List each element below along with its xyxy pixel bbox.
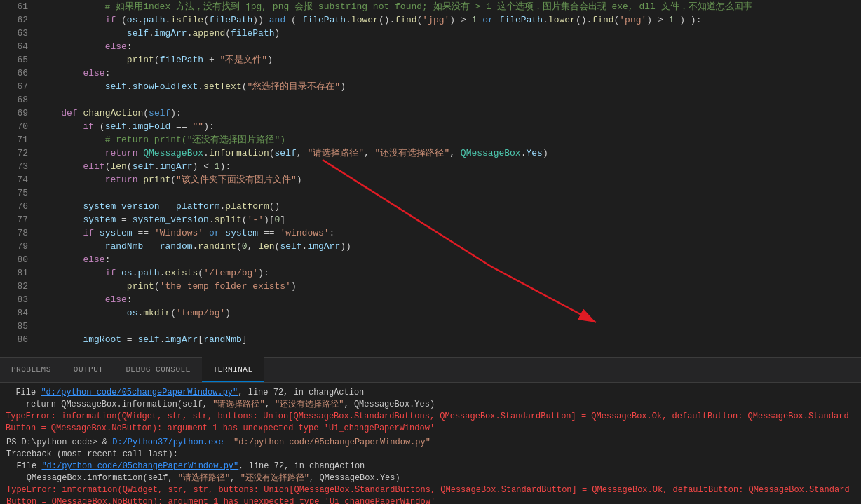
code-lines: # 如果用index 方法，没有找到 jpg, png 会报 substring… [34, 0, 861, 357]
terminal-trace-file: File "d:/python code/05changePaperWindow… [6, 461, 855, 472]
code-line-83: else: [39, 293, 861, 306]
terminal-content: File "d:/python code/05changePaperWindow… [0, 383, 861, 504]
tab-terminal[interactable]: TERMINAL [202, 357, 264, 382]
code-line-73: elif(len(self.imgArr) < 1): [39, 160, 861, 173]
code-line-62: if (os.path.isfile(filePath)) and ( file… [39, 13, 861, 27]
code-line-80: else: [39, 253, 861, 266]
code-line-68 [39, 93, 861, 107]
code-line-82: print('the temp folder exists') [39, 280, 861, 293]
code-line-81: if os.path.exists('/temp/bg'): [39, 266, 861, 280]
tabs-bar: PROBLEMS OUTPUT DEBUG CONSOLE TERMINAL [0, 358, 861, 383]
code-line-75 [39, 186, 861, 200]
code-line-69: def changAction(self): [39, 107, 861, 120]
terminal-traceback: Traceback (most recent call last): [6, 449, 855, 461]
code-line-86: imgRoot = self.imgArr[randNmb] [39, 333, 861, 346]
error-block: PS D:\python code> & D:/Python37/python.… [6, 435, 855, 504]
code-line-76: system_version = platform.platform() [39, 200, 861, 213]
code-line-74: return print("该文件夹下面没有图片文件") [39, 173, 861, 186]
code-line-65: print(filePath + "不是文件") [39, 53, 861, 67]
code-line-84: os.mkdir('temp/bg') [39, 306, 861, 320]
bottom-panel: PROBLEMS OUTPUT DEBUG CONSOLE TERMINAL F… [0, 357, 861, 504]
tab-output[interactable]: OUTPUT [62, 357, 115, 382]
tab-problems[interactable]: PROBLEMS [0, 357, 62, 382]
code-line-64: else: [39, 40, 861, 53]
code-line-71: # return print("还没有选择图片路径") [39, 133, 861, 147]
code-line-78: if system == 'Windows' or system == 'win… [39, 226, 861, 240]
terminal-ps-line: PS D:\python code> & D:/Python37/python.… [6, 437, 855, 449]
terminal-type-error2: TypeError: information(QWidget, str, str… [6, 484, 855, 496]
code-line-79: randNmb = random.randint(0, len(self.img… [39, 240, 861, 253]
code-line-72: return QMessageBox.information(self, "请选… [39, 147, 861, 160]
terminal-trace-return: QMessageBox.information(self, "请选择路径", "… [6, 472, 855, 484]
code-line-66: else: [39, 67, 861, 80]
code-line-61: # 如果用index 方法，没有找到 jpg, png 会报 substring… [39, 0, 861, 13]
code-line-63: self.imgArr.append(filePath) [39, 27, 861, 40]
code-line-70: if (self.imgFold == ""): [39, 120, 861, 133]
terminal-line-1: File "d:/python code/05changePaperWindow… [6, 387, 855, 399]
terminal-line-3: TypeError: information(QWidget, str, str… [6, 411, 855, 423]
terminal-line-2: return QMessageBox.information(self, "请选… [6, 399, 855, 411]
code-line-67: self.showFoldText.setText("您选择的目录不存在") [39, 80, 861, 93]
editor-area: 61 62 63 64 65 66 67 68 69 70 71 72 73 7… [0, 0, 861, 357]
terminal-line-4: Button = QMessageBox.NoButton): argument… [6, 423, 855, 435]
line-numbers: 61 62 63 64 65 66 67 68 69 70 71 72 73 7… [0, 0, 34, 357]
tab-debug-console[interactable]: DEBUG CONSOLE [114, 357, 201, 382]
terminal-type-error2b: Button = QMessageBox.NoButton): argument… [6, 496, 855, 504]
code-line-77: system = system_version.split('-')[0] [39, 213, 861, 226]
code-line-85 [39, 320, 861, 333]
